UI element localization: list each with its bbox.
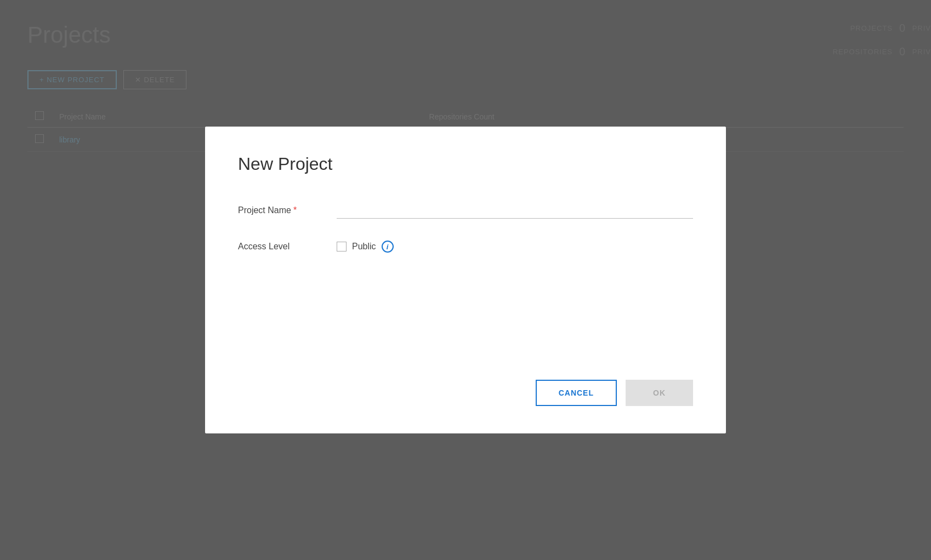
modal-title: New Project [238,154,693,174]
new-project-modal: New Project Project Name* Access Level P… [205,127,726,433]
public-checkbox[interactable] [337,242,347,252]
access-level-label: Access Level [238,242,337,252]
cancel-button[interactable]: CANCEL [536,380,617,406]
access-level-group: Access Level Public i [238,241,693,253]
project-name-input[interactable] [337,202,693,219]
required-marker: * [293,205,297,215]
ok-button[interactable]: OK [626,380,693,406]
public-label: Public [352,242,376,252]
modal-footer: CANCEL OK [238,347,693,406]
info-icon[interactable]: i [382,241,394,253]
access-level-options: Public i [337,241,394,253]
project-name-group: Project Name* [238,202,693,219]
modal-overlay: New Project Project Name* Access Level P… [0,0,931,560]
project-name-label: Project Name* [238,205,337,215]
